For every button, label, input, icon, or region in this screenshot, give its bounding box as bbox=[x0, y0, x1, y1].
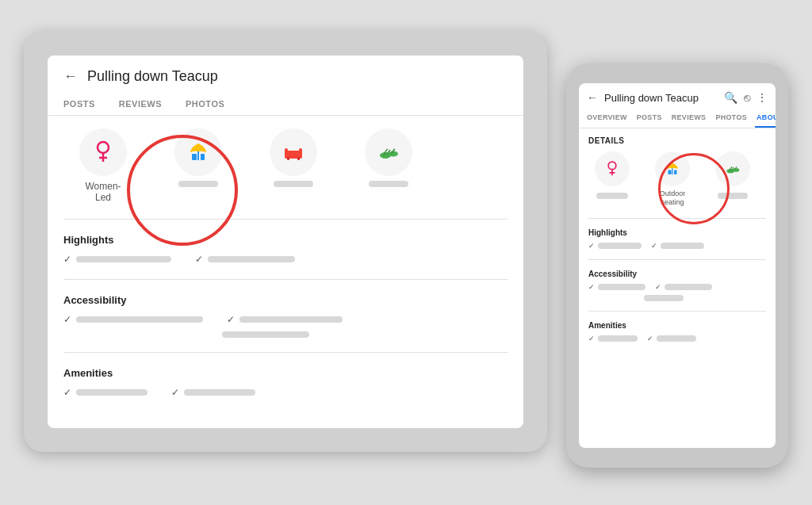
tablet-icon-sandals bbox=[357, 128, 420, 203]
tablet-accessibility-item-3 bbox=[222, 331, 309, 338]
tablet-outdoor-placeholder bbox=[178, 181, 218, 187]
phone-icon-sandals bbox=[709, 151, 756, 199]
amenities-bar-2 bbox=[184, 389, 255, 396]
phone-icon-circle-female bbox=[595, 151, 630, 186]
tablet-screen: ← Pulling down Teacup POSTS REVIEWS PHOT… bbox=[48, 55, 523, 428]
phone-accessibility-bar-2 bbox=[665, 284, 712, 290]
tablet-page-title: Pulling down Teacup bbox=[87, 68, 218, 85]
phone-section-amenities: Amenities ✓ ✓ bbox=[588, 321, 766, 342]
phone-tab-overview[interactable]: OVERVIEW bbox=[585, 109, 629, 128]
phone-check-2: ✓ bbox=[651, 242, 657, 250]
phone-amenities-title: Amenities bbox=[588, 321, 766, 330]
phone-screen: ← Pulling down Teacup 🔍 ⎋ ⋮ OVERVIEW POS… bbox=[579, 83, 776, 448]
svg-point-20 bbox=[733, 168, 739, 172]
phone-more-icon[interactable]: ⋮ bbox=[756, 91, 768, 104]
tablet-section-highlights: Highlights ✓ ✓ bbox=[63, 234, 508, 265]
phone-check-4: ✓ bbox=[655, 283, 661, 291]
phone-female-icon bbox=[603, 160, 621, 178]
phone-details-label: DETAILS bbox=[588, 136, 766, 145]
phone-page-title: Pulling down Teacup bbox=[604, 92, 718, 104]
outdoor-seating-icon bbox=[186, 140, 211, 165]
tablet-highlights-title: Highlights bbox=[63, 234, 508, 246]
phone-tab-posts[interactable]: POSTS bbox=[635, 109, 664, 128]
phone-accessibility-item-2: ✓ bbox=[655, 283, 712, 291]
tablet-accessibility-title: Accessibility bbox=[63, 294, 508, 306]
phone-accessibility-bar-1 bbox=[598, 284, 645, 290]
svg-rect-5 bbox=[201, 154, 205, 160]
tablet-accessibility-row-1: ✓ ✓ bbox=[63, 314, 508, 325]
phone-amenities-bar-1 bbox=[598, 335, 638, 342]
tablet-section-accessibility: Accessibility ✓ ✓ bbox=[63, 294, 508, 338]
phone-accessibility-title: Accessibility bbox=[588, 270, 766, 278]
tablet-nav: POSTS REVIEWS PHOTOS bbox=[48, 91, 523, 116]
phone-share-icon[interactable]: ⎋ bbox=[744, 91, 750, 104]
svg-rect-4 bbox=[192, 154, 197, 160]
tablet-accessibility-row-2 bbox=[63, 331, 508, 338]
tablet-highlights-item-2: ✓ bbox=[195, 254, 295, 265]
tablet-content: Women-Led bbox=[48, 116, 523, 425]
tab-photos[interactable]: PHOTOS bbox=[186, 99, 224, 115]
tablet-accessibility-item-1: ✓ bbox=[63, 314, 203, 325]
svg-rect-17 bbox=[668, 170, 672, 174]
phone-section-accessibility: Accessibility ✓ ✓ bbox=[588, 270, 766, 301]
tablet-amenities-row: ✓ ✓ bbox=[63, 387, 508, 398]
tablet-icon-sofa bbox=[262, 128, 325, 203]
tablet-icon-circle-female bbox=[79, 128, 127, 176]
accessibility-bar-3 bbox=[222, 331, 309, 338]
tablet-amenities-item-2: ✓ bbox=[171, 387, 255, 398]
phone-accessibility-item-3 bbox=[644, 295, 684, 301]
phone-amenities-row: ✓ ✓ bbox=[588, 335, 766, 342]
phone-tab-reviews[interactable]: REVIEWS bbox=[670, 109, 708, 128]
phone-accessibility-row-1: ✓ ✓ bbox=[588, 283, 766, 291]
phone-female-placeholder bbox=[596, 193, 628, 199]
check-icon-4: ✓ bbox=[227, 314, 235, 325]
phone-accessibility-item-1: ✓ bbox=[588, 283, 645, 291]
tablet-icon-circle-sandals bbox=[365, 128, 412, 176]
phone-divider-2 bbox=[588, 259, 766, 260]
phone-icons-row: Outdoor seating bbox=[588, 151, 766, 207]
sofa-icon bbox=[281, 140, 306, 165]
phone-action-icons: 🔍 ⎋ ⋮ bbox=[724, 91, 768, 104]
tablet-icons-row: Women-Led bbox=[63, 128, 508, 203]
phone-amenities-item-2: ✓ bbox=[647, 335, 696, 342]
phone-highlights-row: ✓ ✓ bbox=[588, 242, 766, 250]
tablet-divider-2 bbox=[63, 279, 508, 280]
phone-highlights-item-2: ✓ bbox=[651, 242, 704, 250]
tablet-icon-circle-sofa bbox=[270, 128, 317, 176]
phone-check-3: ✓ bbox=[588, 283, 595, 291]
phone-check-1: ✓ bbox=[588, 242, 595, 250]
phone-amenities-bar-2 bbox=[657, 335, 696, 342]
accessibility-bar-1 bbox=[76, 316, 203, 323]
svg-point-0 bbox=[98, 142, 109, 153]
tablet-highlights-row: ✓ ✓ bbox=[63, 254, 508, 265]
phone-sandals-icon bbox=[724, 160, 741, 178]
sandals-icon bbox=[376, 140, 401, 165]
phone-outdoor-icon bbox=[664, 160, 681, 178]
phone-divider-1 bbox=[588, 218, 766, 219]
check-icon-3: ✓ bbox=[63, 314, 71, 325]
phone-content: DETAILS bbox=[579, 128, 776, 360]
tablet-section-amenities: Amenities ✓ ✓ bbox=[63, 367, 508, 398]
check-icon-5: ✓ bbox=[63, 387, 71, 398]
svg-rect-18 bbox=[674, 170, 676, 174]
tablet-back-button[interactable]: ← bbox=[63, 68, 78, 85]
tablet-icon-outdoor bbox=[167, 128, 230, 203]
check-icon-6: ✓ bbox=[171, 387, 179, 398]
tab-reviews[interactable]: REVIEWS bbox=[119, 99, 162, 115]
tablet-sofa-placeholder bbox=[274, 181, 313, 187]
tab-posts[interactable]: POSTS bbox=[63, 99, 95, 115]
phone-search-icon[interactable]: 🔍 bbox=[724, 91, 737, 104]
tablet-header: ← Pulling down Teacup bbox=[48, 55, 523, 85]
phone-divider-3 bbox=[588, 311, 766, 312]
phone-back-button[interactable]: ← bbox=[587, 91, 598, 104]
accessibility-bar-2 bbox=[239, 316, 343, 323]
amenities-bar-1 bbox=[76, 389, 147, 396]
phone-tab-about[interactable]: ABOUT bbox=[755, 109, 776, 128]
tablet-icon-circle-outdoor bbox=[174, 128, 222, 176]
phone-tab-photos[interactable]: PHOTOS bbox=[714, 109, 749, 128]
tablet-highlights-item-1: ✓ bbox=[63, 254, 171, 265]
tablet-icon-women-led: Women-Led bbox=[71, 128, 135, 203]
check-icon-2: ✓ bbox=[195, 254, 203, 265]
highlights-bar-2 bbox=[208, 256, 295, 262]
phone-icon-circle-sandals bbox=[715, 151, 750, 186]
